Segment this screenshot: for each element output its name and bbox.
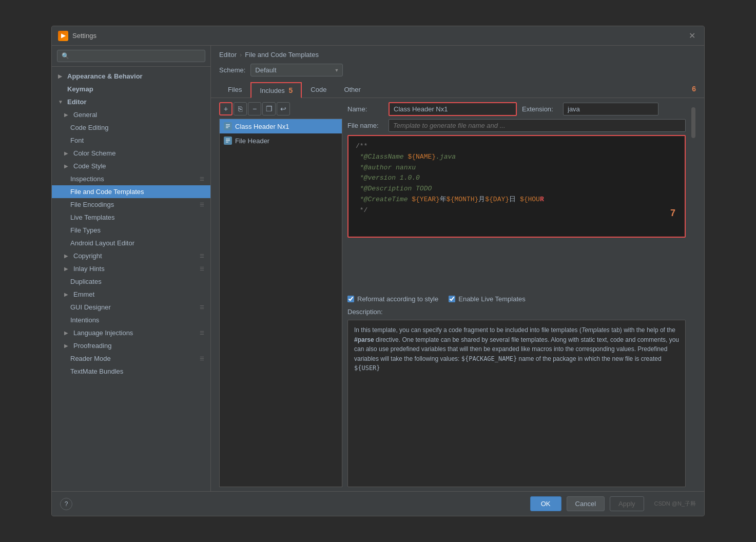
sidebar-item-label: Proofreading — [73, 342, 111, 350]
search-input[interactable] — [57, 50, 205, 62]
annotation-6: 6 — [692, 82, 696, 98]
live-templates-label: Enable Live Templates — [458, 295, 526, 303]
svg-rect-5 — [226, 139, 230, 140]
svg-rect-6 — [226, 140, 230, 141]
name-input[interactable] — [389, 102, 517, 116]
breadcrumb-separator: › — [240, 51, 242, 59]
extension-label: Extension: — [522, 105, 558, 113]
sidebar-item-file-code-templates[interactable]: File and Code Templates — [52, 185, 210, 198]
sidebar-item-label: Inlay Hints — [73, 265, 105, 273]
cancel-button[interactable]: Cancel — [567, 496, 605, 511]
template-item-file-header[interactable]: File Header — [220, 133, 342, 148]
sidebar-item-label: Duplicates — [70, 278, 102, 285]
scheme-row: Scheme: Default Project — [211, 62, 704, 82]
watermark: CSDN @N_子释 — [654, 500, 696, 508]
reformat-checkbox[interactable]: Reformat according to style — [347, 295, 438, 303]
sidebar-item-inlay-hints[interactable]: ▶ Inlay Hints ☰ — [52, 262, 210, 275]
scheme-select-wrapper: Default Project — [250, 64, 343, 76]
copy-template-button[interactable]: ⎘ — [234, 102, 247, 115]
chevron-right-icon: ▶ — [64, 253, 70, 259]
sidebar-item-file-encodings[interactable]: File Encodings ☰ — [52, 198, 210, 211]
sidebar-item-label: Code Style — [73, 162, 106, 170]
chevron-right-icon: ▶ — [64, 292, 70, 297]
title-bar: ▶ Settings ✕ — [52, 26, 704, 46]
sidebar-item-keymap[interactable]: Keymap — [52, 83, 210, 95]
remove-template-button[interactable]: − — [248, 102, 261, 115]
template-list: Class Header Nx1 Fil — [219, 119, 342, 487]
description-label: Description: — [347, 307, 686, 317]
app-icon: ▶ — [58, 31, 68, 41]
sidebar-item-label: Code Editing — [70, 124, 108, 131]
code-editor[interactable]: /** *@ClassName ${NAME}.java *@author na… — [347, 135, 686, 238]
sidebar-item-color-scheme[interactable]: ▶ Color Scheme — [52, 147, 210, 160]
split-area: + ⎘ − ❐ ↩ — [211, 98, 704, 491]
sidebar-item-file-types[interactable]: File Types — [52, 224, 210, 237]
duplicate-template-button[interactable]: ❐ — [262, 102, 276, 115]
svg-rect-7 — [226, 142, 228, 143]
badge-icon: ☰ — [200, 266, 204, 272]
breadcrumb-current: File and Code Templates — [245, 51, 319, 59]
scrollbar-track[interactable] — [691, 102, 696, 487]
reformat-checkbox-input[interactable] — [347, 296, 354, 302]
ok-button[interactable]: OK — [530, 496, 561, 511]
sidebar-item-code-style[interactable]: ▶ Code Style — [52, 160, 210, 172]
sidebar-item-language-injections[interactable]: ▶ Language Injections ☰ — [52, 326, 210, 339]
sidebar-item-label: Copyright — [73, 252, 102, 260]
sidebar-item-android-layout[interactable]: Android Layout Editor — [52, 237, 210, 249]
sidebar-item-reader-mode[interactable]: Reader Mode ☰ — [52, 352, 210, 365]
sidebar-item-copyright[interactable]: ▶ Copyright ☰ — [52, 249, 210, 262]
checkboxes-row: Reformat according to style Enable Live … — [347, 294, 686, 304]
sidebar-item-label: File and Code Templates — [70, 188, 144, 196]
sidebar-item-label: Android Layout Editor — [70, 239, 134, 247]
live-templates-checkbox-input[interactable] — [449, 296, 455, 302]
sidebar-item-emmet[interactable]: ▶ Emmet — [52, 288, 210, 301]
sidebar-item-intentions[interactable]: Intentions — [52, 314, 210, 326]
sidebar-item-code-editing[interactable]: Code Editing — [52, 121, 210, 134]
sidebar: ▶ Appearance & Behavior Keymap ▼ Editor … — [52, 46, 211, 491]
sidebar-item-editor[interactable]: ▼ Editor — [52, 95, 210, 108]
sidebar-item-inspections[interactable]: Inspections ☰ — [52, 172, 210, 185]
tab-code[interactable]: Code — [302, 82, 335, 98]
apply-button[interactable]: Apply — [610, 496, 644, 511]
badge-icon: ☰ — [200, 330, 204, 336]
main-panel: Editor › File and Code Templates Scheme:… — [211, 46, 704, 491]
badge-icon: ☰ — [200, 202, 204, 207]
sidebar-item-gui-designer[interactable]: GUI Designer ☰ — [52, 301, 210, 314]
template-file-icon — [224, 137, 232, 145]
add-template-button[interactable]: + — [219, 102, 232, 115]
template-item-label: File Header — [235, 137, 269, 145]
chevron-right-icon: ▶ — [64, 150, 70, 156]
sidebar-item-proofreading[interactable]: ▶ Proofreading — [52, 339, 210, 352]
live-templates-checkbox[interactable]: Enable Live Templates — [449, 295, 526, 303]
annotation-5: 5 — [289, 86, 293, 94]
template-item-class-header[interactable]: Class Header Nx1 — [220, 119, 342, 133]
tab-files[interactable]: Files — [219, 82, 250, 98]
sidebar-item-label: Keymap — [67, 85, 93, 93]
extension-input[interactable] — [563, 103, 658, 115]
svg-rect-1 — [226, 124, 230, 125]
chevron-right-icon: ▶ — [64, 163, 70, 169]
sidebar-item-label: TextMate Bundles — [70, 367, 123, 375]
sidebar-item-label: Emmet — [73, 291, 94, 298]
help-button[interactable]: ? — [60, 498, 72, 510]
name-row: Name: Extension: — [347, 102, 686, 116]
sidebar-item-label: Intentions — [70, 316, 99, 324]
filename-input[interactable] — [389, 119, 686, 132]
sidebar-item-general[interactable]: ▶ General — [52, 108, 210, 121]
sidebar-item-label: File Types — [70, 226, 101, 234]
scrollbar-thumb[interactable] — [691, 107, 695, 138]
sidebar-item-label: Font — [70, 137, 84, 144]
sidebar-item-appearance[interactable]: ▶ Appearance & Behavior — [52, 70, 210, 83]
sidebar-item-font[interactable]: Font — [52, 134, 210, 147]
sidebar-item-textmate-bundles[interactable]: TextMate Bundles — [52, 365, 210, 378]
close-button[interactable]: ✕ — [686, 30, 698, 42]
revert-template-button[interactable]: ↩ — [277, 102, 290, 115]
sidebar-item-duplicates[interactable]: Duplicates — [52, 275, 210, 288]
chevron-down-icon: ▼ — [58, 99, 64, 105]
tab-includes[interactable]: Includes 5 — [250, 82, 302, 98]
scheme-select[interactable]: Default Project — [250, 64, 343, 76]
sidebar-item-live-templates[interactable]: Live Templates — [52, 211, 210, 224]
tab-other[interactable]: Other — [335, 82, 370, 98]
reformat-label: Reformat according to style — [357, 295, 438, 303]
breadcrumb-parent: Editor — [219, 51, 237, 59]
